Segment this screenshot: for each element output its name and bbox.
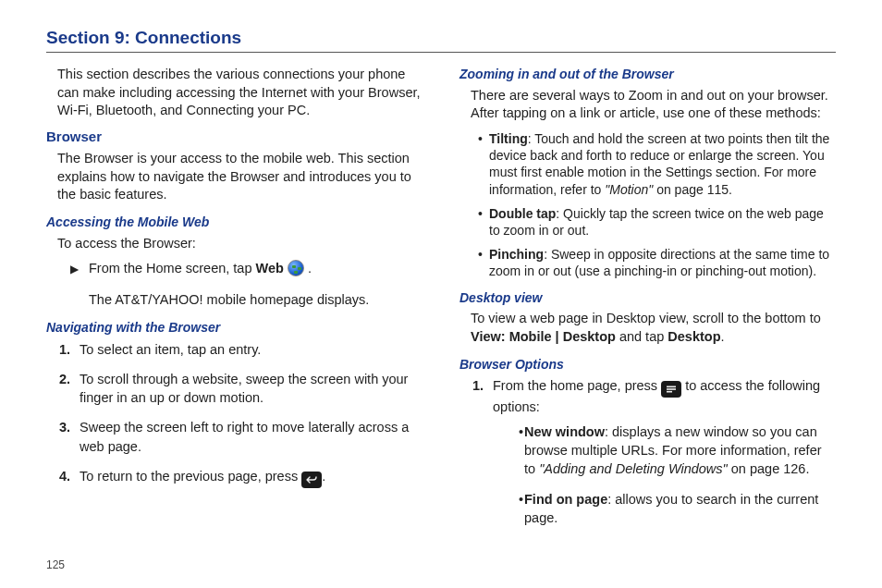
accessing-line: To access the Browser: <box>57 235 423 253</box>
browser-heading: Browser <box>46 128 423 146</box>
newwindow-page: on page 126. <box>728 461 810 476</box>
from-home-text: From the Home screen, tap Web . <box>89 260 423 278</box>
newwindow-label: New window <box>524 424 605 439</box>
navigating-heading: Navigating with the Browser <box>46 319 423 337</box>
zoom-methods-list: Tilting: Touch and hold the screen at tw… <box>478 130 836 280</box>
nav-item-4: To return to the previous page, press . <box>74 467 423 488</box>
svg-rect-2 <box>667 391 672 393</box>
nav-item-2: To scroll through a website, sweep the s… <box>74 370 423 408</box>
options-heading: Browser Options <box>459 356 836 374</box>
desktop-heading: Desktop view <box>459 289 836 307</box>
from-home-post: . <box>304 261 312 276</box>
tilting-page: on page 115. <box>653 182 732 197</box>
newwindow-item: New window: displays a new window so you… <box>519 423 836 479</box>
nav-item-1: To select an item, tap an entry. <box>74 340 423 359</box>
from-home-pre: From the Home screen, tap <box>89 261 256 276</box>
newwindow-ref: "Adding and Deleting Windows" <box>539 461 728 476</box>
pinching-label: Pinching <box>489 247 544 262</box>
tilting-label: Tilting <box>489 131 528 146</box>
left-column: This section describes the various conne… <box>46 66 423 538</box>
desktop-text: To view a web page in Desktop view, scro… <box>471 310 836 346</box>
tilting-ref: "Motion" <box>605 182 653 197</box>
title-divider <box>46 52 836 53</box>
doubletap-item: Double tap: Quickly tap the screen twice… <box>478 205 836 239</box>
svg-rect-1 <box>667 389 676 391</box>
findonpage-label: Find on page <box>524 492 607 507</box>
desktop-pre: To view a web page in Desktop view, scro… <box>471 311 821 325</box>
doubletap-label: Double tap <box>489 206 556 221</box>
right-column: Zooming in and out of the Browser There … <box>459 66 836 538</box>
desktop-post: . <box>721 329 725 344</box>
opt1-pre: From the home page, press <box>493 378 661 393</box>
nav4-pre: To return to the previous page, press <box>80 469 301 484</box>
nav-item-3: Sweep the screen left to right to move l… <box>74 418 423 456</box>
navigating-list: To select an item, tap an entry. To scro… <box>74 340 423 488</box>
homepage-line: The AT&T/YAHOO! mobile homepage displays… <box>89 291 423 310</box>
menu-button-icon <box>661 381 681 398</box>
browser-intro: The Browser is your access to the mobile… <box>57 150 423 204</box>
options-list: From the home page, press to access the … <box>487 376 836 527</box>
two-column-layout: This section describes the various conne… <box>46 66 836 538</box>
pointer-icon: ▶ <box>70 260 89 276</box>
pinching-item: Pinching: Sweep in opposite directions a… <box>478 246 836 279</box>
tilting-item: Tilting: Touch and hold the screen at tw… <box>478 130 836 198</box>
web-globe-icon <box>288 260 304 276</box>
option-1: From the home page, press to access the … <box>487 376 836 527</box>
option-sublist: New window: displays a new window so you… <box>519 423 836 527</box>
desktop-bold2: Desktop <box>668 329 720 344</box>
findonpage-item: Find on page: allows you to search in th… <box>519 490 836 528</box>
svg-rect-0 <box>667 386 676 388</box>
back-button-icon <box>301 472 322 488</box>
accessing-heading: Accessing the Mobile Web <box>46 214 423 231</box>
zoom-intro: There are several ways to Zoom in and ou… <box>471 87 836 123</box>
zoom-heading: Zooming in and out of the Browser <box>459 66 836 83</box>
nav4-post: . <box>322 469 325 484</box>
section-title: Section 9: Connections <box>46 28 836 48</box>
page-number: 125 <box>46 558 65 571</box>
web-label: Web <box>256 261 284 276</box>
intro-text: This section describes the various conne… <box>57 66 423 120</box>
desktop-bold1: View: Mobile | Desktop <box>471 329 616 344</box>
desktop-mid: and tap <box>616 329 668 344</box>
manual-page: Section 9: Connections This section desc… <box>0 0 882 588</box>
step-from-home: ▶ From the Home screen, tap Web . <box>70 260 423 278</box>
